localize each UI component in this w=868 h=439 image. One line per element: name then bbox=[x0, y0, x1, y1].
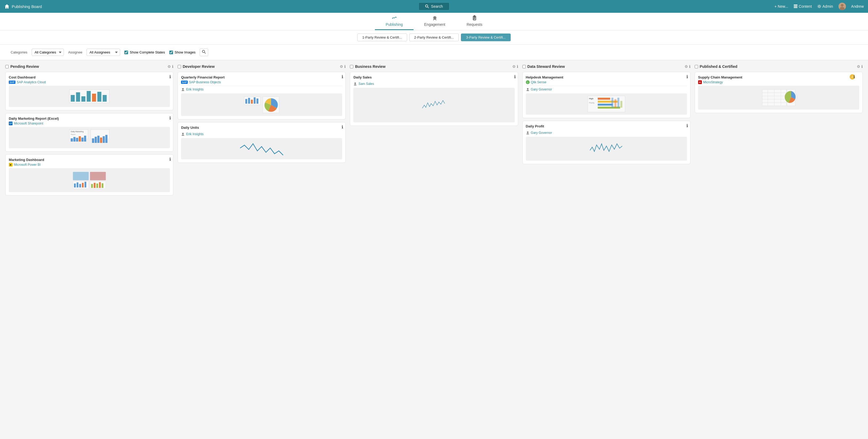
daily-sales-sparkline bbox=[353, 96, 515, 114]
column-select-data-steward[interactable] bbox=[522, 65, 526, 68]
card-title-helpdesk: Helpdesk Management bbox=[526, 75, 687, 79]
svg-rect-78 bbox=[617, 98, 619, 107]
card-info-marketing-dashboard[interactable]: ℹ bbox=[169, 157, 171, 162]
svg-rect-54 bbox=[96, 183, 98, 188]
column-pending: Pending Review ⚙ ℹ ℹ Cost Dashboard SAP … bbox=[3, 64, 176, 198]
svg-rect-22 bbox=[82, 96, 86, 102]
tab-engagement-label: Engagement bbox=[424, 22, 445, 27]
card-info-daily-units[interactable]: ℹ bbox=[342, 125, 343, 130]
search-button[interactable]: Search bbox=[418, 2, 450, 10]
card-info-cost-dashboard[interactable]: ℹ bbox=[169, 74, 171, 79]
categories-select[interactable]: All Categories Analytics Reports Dashboa… bbox=[32, 49, 64, 56]
supply-chain-chart bbox=[698, 88, 859, 107]
column-info-pending[interactable]: ℹ bbox=[172, 64, 173, 69]
svg-rect-74 bbox=[598, 104, 613, 106]
brand-title: Publishing Board bbox=[12, 4, 42, 9]
column-info-business[interactable]: ℹ bbox=[517, 64, 518, 69]
svg-point-6 bbox=[841, 4, 843, 7]
assignee-select[interactable]: All Assignees Sam Sales Erik Insights Ga… bbox=[87, 49, 120, 56]
engagement-icon bbox=[432, 15, 438, 21]
sub-tab-3party[interactable]: 3-Party Review & Certifi... bbox=[461, 34, 511, 41]
column-info-data-steward[interactable]: ℹ bbox=[689, 64, 690, 69]
card-assignee-name-quarterly[interactable]: Erik Insights bbox=[186, 88, 204, 91]
sap-bo-icon: SAP bbox=[181, 80, 188, 84]
column-actions-business: ⚙ ℹ bbox=[512, 64, 518, 69]
svg-point-66 bbox=[182, 133, 184, 134]
column-select-business[interactable] bbox=[350, 65, 353, 68]
brand-logo[interactable]: Publishing Board bbox=[4, 4, 418, 9]
requests-icon bbox=[471, 15, 477, 21]
mstr-icon: m bbox=[698, 80, 702, 84]
column-select-published[interactable] bbox=[695, 65, 698, 68]
show-images-checkbox[interactable]: Show Images bbox=[169, 50, 196, 54]
column-published: Published & Certified ⚙ ℹ ✓ ℹ Supply Cha… bbox=[692, 64, 865, 116]
card-assignee-name-daily-units[interactable]: Erik Insights bbox=[186, 132, 204, 136]
card-image-quarterly bbox=[181, 93, 342, 116]
card-assignee-name-daily-profit[interactable]: Gary Governor bbox=[531, 131, 552, 135]
card-info-helpdesk[interactable]: ℹ bbox=[686, 74, 688, 79]
content-link[interactable]: Content bbox=[794, 4, 812, 8]
card-image-helpdesk: High Priority bbox=[526, 93, 687, 115]
column-header-published: Published & Certified ⚙ ℹ bbox=[695, 64, 863, 69]
kanban-board: Pending Review ⚙ ℹ ℹ Cost Dashboard SAP … bbox=[0, 60, 868, 202]
column-actions-developer: ⚙ ℹ bbox=[340, 64, 346, 69]
card-info-daily-sales[interactable]: ℹ bbox=[514, 74, 516, 79]
sub-tab-1party[interactable]: 1-Party Review & Certifi... bbox=[357, 34, 407, 41]
sub-tab-2party[interactable]: 2-Party Review & Certifi... bbox=[409, 34, 459, 41]
column-settings-developer[interactable]: ⚙ bbox=[340, 64, 343, 69]
svg-rect-13 bbox=[474, 16, 475, 16]
card-info-daily-profit[interactable]: ℹ bbox=[686, 123, 688, 128]
card-supply-chain: ✓ ℹ Supply Chain Management m MicroStrat… bbox=[695, 72, 863, 113]
svg-rect-48 bbox=[79, 184, 81, 187]
column-select-developer[interactable] bbox=[178, 65, 181, 68]
admin-link[interactable]: Admin bbox=[817, 4, 833, 8]
column-settings-business[interactable]: ⚙ bbox=[512, 64, 516, 69]
helpdesk-chart: High Priority bbox=[526, 95, 687, 113]
card-source-name-supply-chain[interactable]: MicroStrategy bbox=[703, 80, 723, 84]
column-title-published: Published & Certified bbox=[700, 64, 738, 69]
svg-text:Daily Marketing: Daily Marketing bbox=[71, 131, 84, 133]
column-title-business: Business Review bbox=[355, 64, 385, 69]
tab-requests[interactable]: Requests bbox=[456, 13, 493, 30]
svg-point-80 bbox=[527, 131, 529, 133]
card-source-name-daily-marketing[interactable]: Microsoft Sharepoint bbox=[14, 122, 43, 125]
show-complete-checkbox[interactable]: Show Complete States bbox=[124, 50, 165, 54]
card-info-supply-chain[interactable]: ℹ bbox=[854, 74, 855, 79]
svg-rect-63 bbox=[257, 98, 258, 103]
column-settings-pending[interactable]: ⚙ bbox=[167, 64, 171, 69]
svg-rect-42 bbox=[105, 135, 107, 143]
column-settings-published[interactable]: ⚙ bbox=[857, 64, 860, 69]
svg-rect-20 bbox=[71, 95, 75, 102]
filter-search-button[interactable] bbox=[200, 48, 208, 56]
svg-rect-25 bbox=[97, 92, 101, 102]
card-info-quarterly[interactable]: ℹ bbox=[342, 74, 343, 79]
column-info-developer[interactable]: ℹ bbox=[344, 64, 346, 69]
column-settings-data-steward[interactable]: ⚙ bbox=[685, 64, 688, 69]
assignee-label: Assignee bbox=[68, 50, 82, 54]
column-select-pending[interactable] bbox=[5, 65, 9, 68]
svg-rect-56 bbox=[102, 183, 103, 188]
tab-engagement[interactable]: Engagement bbox=[413, 13, 456, 30]
card-info-daily-marketing[interactable]: ℹ bbox=[169, 115, 171, 121]
qlik-icon: Q bbox=[526, 80, 530, 84]
tab-publishing[interactable]: Publishing bbox=[375, 13, 413, 30]
top-nav: Publishing Board Search + New... Content… bbox=[0, 0, 868, 13]
svg-rect-55 bbox=[99, 182, 101, 188]
card-source-name-cost-dashboard[interactable]: SAP Analytics Cloud bbox=[17, 80, 46, 84]
svg-rect-40 bbox=[100, 138, 102, 143]
svg-rect-59 bbox=[246, 99, 247, 104]
svg-text:Report: Report bbox=[71, 134, 75, 135]
svg-rect-26 bbox=[103, 95, 107, 102]
column-info-published[interactable]: ℹ bbox=[861, 64, 863, 69]
new-button[interactable]: + New... bbox=[775, 4, 788, 8]
card-source-name-helpdesk[interactable]: Qlik Sense bbox=[531, 80, 546, 84]
card-assignee-name-helpdesk[interactable]: Gary Governor bbox=[531, 88, 552, 91]
avatar[interactable] bbox=[838, 3, 846, 10]
card-assignee-name-daily-sales[interactable]: Sam Sales bbox=[359, 82, 374, 86]
svg-rect-47 bbox=[77, 182, 79, 188]
card-source-name-quarterly[interactable]: SAP Business Objects bbox=[189, 80, 221, 84]
svg-point-5 bbox=[818, 6, 820, 7]
svg-rect-50 bbox=[84, 182, 86, 187]
card-source-name-marketing-dashboard[interactable]: Microsoft Power BI bbox=[14, 163, 41, 167]
card-daily-units: ℹ Daily Units Erik Insights bbox=[178, 122, 346, 163]
